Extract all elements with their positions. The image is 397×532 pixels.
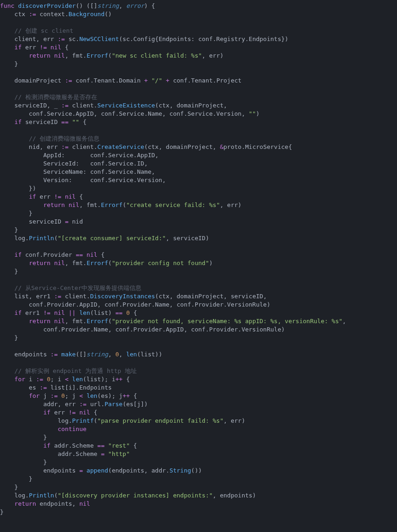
- code-line: endpoints := make([]string, 0, len(list)…: [0, 351, 162, 358]
- code-line: if err != nil {: [0, 409, 97, 416]
- code-line: if conf.Provider == nil {: [0, 251, 105, 258]
- code-line: }: [0, 60, 18, 67]
- code-line: continue: [0, 426, 87, 432]
- code-line: addr.Scheme = "http": [0, 450, 130, 457]
- code-line: }: [0, 334, 18, 341]
- code-line: return nil, fmt.Errorf("create service f…: [0, 201, 241, 208]
- code-line: serviceID = nid: [0, 218, 83, 225]
- code-line: return nil, fmt.Errorf("provider config …: [0, 260, 213, 266]
- code-line: // 创建 sc client: [0, 27, 73, 34]
- code-line: serviceID, _ := client.ServiceExistence(…: [0, 102, 227, 109]
- code-line: }: [0, 475, 32, 482]
- code-line: nid, err := client.CreateService(ctx, do…: [0, 143, 292, 150]
- comment: // 从Service-Center中发现服务提供端信息: [14, 284, 141, 291]
- code-line: if err1 != nil || len(list) == 0 {: [0, 309, 137, 316]
- code-line: es := list[i].Endpoints: [0, 384, 112, 391]
- code-line: }: [0, 508, 4, 515]
- code-line: for i := 0; i < len(list); i++ {: [0, 376, 130, 383]
- code-line: }: [0, 210, 32, 217]
- code-line: if serviceID == "" {: [0, 118, 87, 125]
- code-line: // 创建消费端微服务信息: [0, 135, 99, 142]
- code-line: list, err1 := client.DiscoveryInstances(…: [0, 293, 267, 300]
- code-line: }: [0, 484, 18, 491]
- code-line: addr, err := url.Parse(es[j]): [0, 401, 148, 408]
- code-line: return nil, fmt.Errorf("new sc client fa…: [0, 52, 223, 59]
- code-line: if err != nil {: [0, 193, 83, 200]
- code-editor[interactable]: func discoverProvider() ([]string, error…: [0, 0, 397, 522]
- code-line: // 解析实例 endpoint 为普通 http 地址: [0, 367, 137, 374]
- code-line: log.Println("[create consumer] serviceId…: [0, 235, 209, 242]
- code-line: // 从Service-Center中发现服务提供端信息: [0, 284, 141, 291]
- comment: // 检测消费端微服务是否存在: [14, 94, 97, 100]
- code-line: if addr.Scheme == "rest" {: [0, 442, 137, 449]
- comment: // 解析实例 endpoint 为普通 http 地址: [14, 367, 137, 374]
- code-line: // 检测消费端微服务是否存在: [0, 94, 97, 100]
- comment: // 创建 sc client: [14, 27, 73, 34]
- code-line: log.Printf("parse provider endpoint fail…: [0, 417, 245, 424]
- code-line: ServiceName: conf.Service.Name,: [0, 168, 155, 175]
- code-line: log.Println("[discovery provider instanc…: [0, 492, 256, 499]
- code-line: ctx := context.Background(): [0, 11, 112, 18]
- code-line: func discoverProvider() ([]string, error…: [0, 2, 155, 9]
- code-line: conf.Provider.AppID, conf.Provider.Name,…: [0, 301, 270, 308]
- code-line: AppId: conf.Service.AppID,: [0, 152, 158, 159]
- code-line: conf.Provider.Name, conf.Provider.AppID,…: [0, 326, 285, 333]
- code-line: }: [0, 226, 18, 233]
- code-line: }: [0, 459, 47, 466]
- code-line: if err != nil {: [0, 44, 69, 51]
- code-line: return nil, fmt.Errorf("provider not fou…: [0, 318, 346, 325]
- comment: // 创建消费端微服务信息: [29, 135, 99, 142]
- code-line: ServiceId: conf.Service.ID,: [0, 160, 148, 167]
- code-line: client, err := sc.NewSCClient(sc.Config{…: [0, 35, 288, 42]
- code-line: return endpoints, nil: [0, 500, 90, 507]
- code-line: endpoints = append(endpoints, addr.Strin…: [0, 467, 202, 474]
- code-line: domainProject := conf.Tenant.Domain + "/…: [0, 77, 241, 84]
- code-line: }): [0, 185, 36, 192]
- code-line: }: [0, 268, 18, 275]
- code-line: for j := 0; j < len(es); j++ {: [0, 392, 137, 399]
- code-line: conf.Service.AppID, conf.Service.Name, c…: [0, 110, 260, 117]
- code-line: }: [0, 434, 47, 441]
- code-line: Version: conf.Service.Version,: [0, 177, 166, 183]
